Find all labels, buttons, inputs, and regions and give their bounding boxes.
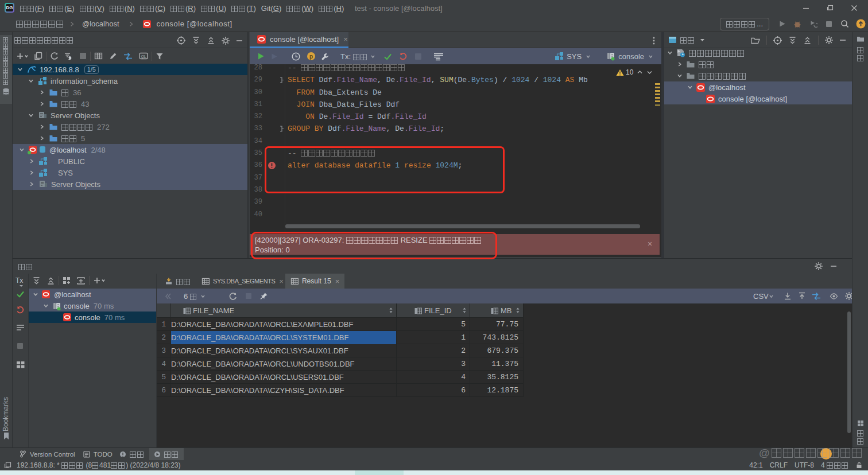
svg-text:p: p: [309, 53, 313, 60]
svg-text:QL: QL: [141, 54, 146, 59]
